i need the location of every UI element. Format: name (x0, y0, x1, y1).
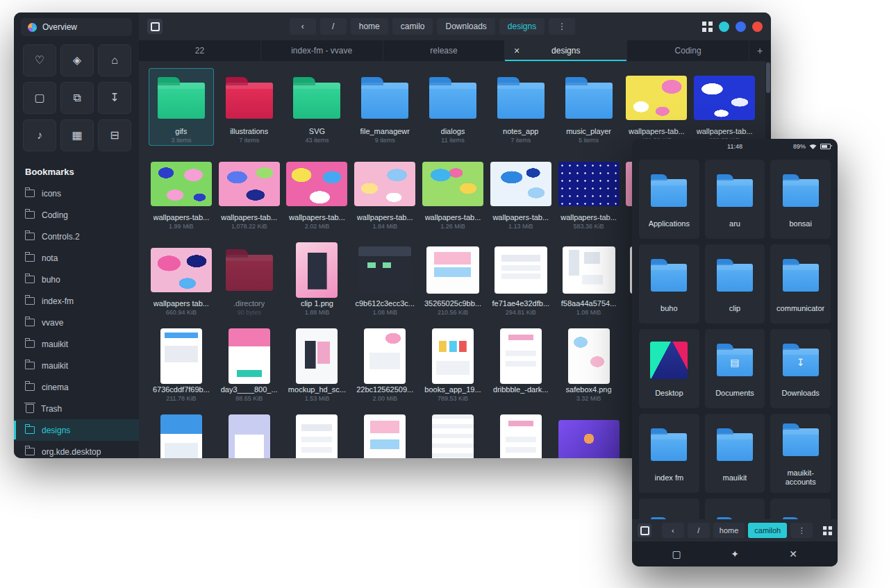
home-gesture-button[interactable]: ✦ (721, 548, 749, 560)
file-item[interactable]: mockup_hd_sc...1.53 MiB (285, 326, 350, 404)
split-view-icon[interactable] (702, 22, 713, 32)
sidebar-quick-drives-button[interactable]: ⊟ (98, 119, 131, 151)
close-button[interactable]: ✕ (779, 548, 807, 560)
file-item[interactable]: ↧Downloads (770, 329, 831, 408)
sidebar-quick-tags-button[interactable]: ◈ (60, 44, 94, 76)
sidebar-quick-windows-button[interactable]: ▢ (23, 82, 56, 114)
sidebar-item-mauikit[interactable]: mauikit (14, 333, 139, 355)
file-item[interactable]: wallpapers-tab...1.99 MiB (149, 154, 214, 232)
sidebar-item-designs[interactable]: designs (14, 419, 139, 441)
file-item[interactable]: Applications (639, 160, 699, 239)
crumb-camilo[interactable]: camilo (392, 18, 433, 35)
phone-app-icon[interactable] (638, 523, 651, 537)
file-item[interactable]: 35265025c9bb...210.56 KiB (420, 240, 485, 318)
tab-22[interactable]: 22 (139, 40, 261, 61)
overflow-menu-button[interactable]: ⋮ (549, 18, 575, 35)
add-tab-button[interactable]: + (749, 40, 771, 61)
file-item[interactable] (556, 412, 622, 458)
file-item[interactable] (149, 412, 214, 458)
sidebar-quick-documents-button[interactable]: ⧉ (60, 82, 94, 114)
file-item[interactable] (285, 412, 350, 458)
file-item[interactable]: clip 1.png1.88 MiB (285, 240, 350, 318)
crumb-home[interactable]: home (351, 18, 388, 35)
tab-index-fm-vvave[interactable]: index-fm - vvave (261, 40, 383, 61)
file-item[interactable]: dialogs11 items (420, 68, 485, 146)
file-item[interactable] (352, 412, 417, 458)
close-tab-icon[interactable]: ✕ (513, 47, 520, 56)
minimize-button[interactable] (719, 22, 729, 32)
file-item[interactable]: wallpapers-tab...1.26 MiB (420, 154, 485, 232)
file-item[interactable]: wallpapers-tab...1.84 MiB (352, 154, 417, 232)
root-button[interactable]: / (320, 18, 347, 35)
tab-coding[interactable]: Coding (627, 40, 749, 61)
file-item[interactable]: wallpapers-tab...1.13 MiB (488, 154, 554, 232)
sidebar-item-cinema[interactable]: cinema (14, 376, 139, 398)
file-item[interactable]: wallpapers-tab...583.36 KiB (556, 154, 622, 232)
close-button[interactable] (752, 22, 763, 32)
phone-split-view-icon[interactable] (823, 526, 832, 535)
file-item[interactable]: wallpapers-tab...461.32 KiB (624, 68, 689, 146)
file-item[interactable]: 22bc12562509...2.00 MiB (352, 326, 417, 404)
file-item[interactable]: SVG43 items (285, 68, 350, 146)
maximize-button[interactable] (736, 22, 746, 32)
tab-designs[interactable]: ✕designs (505, 40, 627, 61)
file-item[interactable]: clip (705, 244, 765, 324)
file-item[interactable] (488, 412, 554, 458)
file-item[interactable]: aru (705, 160, 765, 239)
sidebar-quick-pictures-button[interactable]: ▦ (60, 119, 94, 151)
file-item[interactable]: mauikit (705, 414, 765, 493)
overflow-menu-button[interactable]: ⋮ (790, 523, 813, 538)
file-item[interactable]: f58aa44a5754...1.08 MiB (556, 240, 622, 318)
file-item[interactable]: bonsai (770, 160, 831, 239)
file-item[interactable]: wallpapers tab...660.94 KiB (149, 240, 214, 318)
file-item[interactable]: index fm (639, 414, 699, 493)
sidebar-quick-music-button[interactable]: ♪ (23, 119, 56, 151)
sidebar-item-buho[interactable]: buho (14, 269, 139, 290)
crumb-designs[interactable]: designs (499, 18, 545, 35)
sidebar-quick-downloads-button[interactable]: ↧ (98, 82, 131, 114)
file-item[interactable]: wallpapers-tab...938.33 KiB (692, 68, 757, 146)
file-item[interactable]: illustrations7 items (217, 68, 282, 146)
back-button[interactable]: ‹ (662, 523, 684, 538)
file-item[interactable] (705, 498, 765, 519)
sidebar-item-coding[interactable]: Coding (14, 204, 139, 226)
file-item[interactable]: dribbble_-dark... (488, 326, 554, 404)
file-item[interactable]: day3____800_...88.65 KiB (217, 326, 282, 404)
crumb-home[interactable]: home (713, 523, 745, 538)
sidebar-item-trash[interactable]: Trash (14, 398, 139, 419)
file-item[interactable]: communicator (770, 244, 831, 324)
root-button[interactable]: / (688, 523, 710, 538)
file-item[interactable]: buho (639, 244, 699, 324)
sidebar-item-icons[interactable]: icons (14, 183, 139, 204)
app-icon[interactable] (147, 19, 163, 34)
file-item[interactable] (770, 498, 831, 519)
scrollbar-thumb[interactable] (766, 62, 770, 93)
file-item[interactable]: 6736cddf7f69b...211.78 KiB (149, 326, 214, 404)
sidebar-item-mauikit[interactable]: mauikit (14, 355, 139, 376)
file-item[interactable]: mauikit-accounts (770, 414, 831, 493)
tab-release[interactable]: release (383, 40, 506, 61)
sidebar-item-controls-2[interactable]: Controls.2 (14, 226, 139, 247)
file-item[interactable]: wallpapers-tab...1,078.22 KiB (217, 154, 282, 232)
sidebar-item-index-fm[interactable]: index-fm (14, 290, 139, 312)
sidebar-item-nota[interactable]: nota (14, 247, 139, 269)
file-item[interactable]: books_app_19...789.53 KiB (420, 326, 485, 404)
file-item[interactable]: file_managewr9 items (352, 68, 417, 146)
file-item[interactable]: notes_app7 items (488, 68, 554, 146)
file-item[interactable]: ▤Documents (705, 329, 765, 408)
file-item[interactable]: c9b612c3ecc3c...1.08 MiB (352, 240, 417, 318)
file-item[interactable] (420, 412, 485, 458)
file-item[interactable]: Desktop (639, 329, 699, 408)
crumb-downloads[interactable]: Downloads (437, 18, 495, 35)
file-item[interactable] (217, 412, 282, 458)
crumb-camiloh[interactable]: camiloh (748, 523, 787, 538)
file-item[interactable]: gifs3 items (149, 68, 214, 146)
sidebar-quick-home-button[interactable]: ⌂ (98, 44, 131, 76)
file-item[interactable]: safebox4.png3.32 MiB (556, 326, 622, 404)
file-item[interactable]: music_player5 items (556, 68, 622, 146)
file-item[interactable]: wallpapers-tab...2.02 MiB (285, 154, 350, 232)
file-item[interactable]: .directory90 bytes (217, 240, 282, 318)
sidebar-quick-favorites-button[interactable]: ♡ (23, 44, 56, 76)
recents-button[interactable]: ▢ (663, 548, 690, 560)
sidebar-item-vvave[interactable]: vvave (14, 312, 139, 333)
